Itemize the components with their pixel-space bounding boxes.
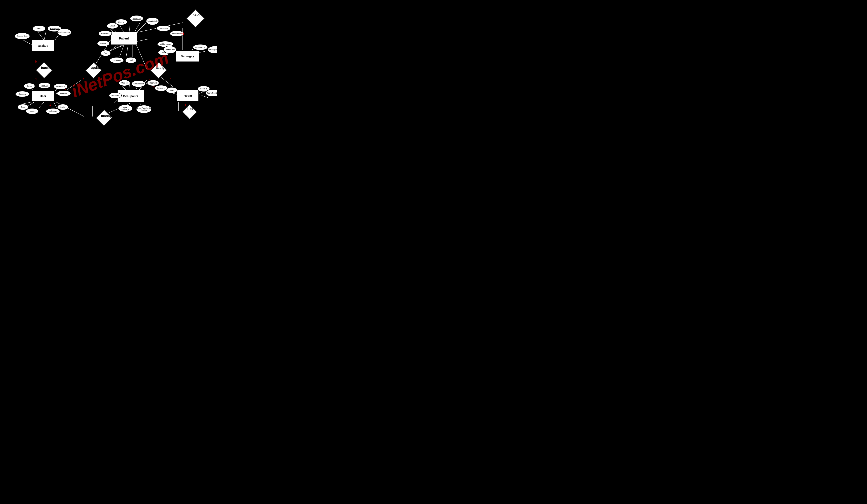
attr-barangay-name: Barangay Name [207, 46, 217, 54]
svg-line-12 [54, 102, 57, 108]
rel-manage: manage [96, 109, 113, 126]
entity-backup: Backup [32, 40, 55, 51]
attr-backup-name: Backup Name [57, 28, 72, 36]
card-room-1: 1 [185, 103, 186, 107]
attr-room-id-occ: Room Id [147, 80, 159, 86]
attr-remarks-patient: Remarks [98, 30, 112, 37]
card-occ-1: 1 [153, 85, 155, 89]
attr-gender: Gender [97, 40, 110, 46]
rel-update: update [85, 62, 102, 78]
svg-line-37 [200, 51, 205, 53]
attr-user-id-occ: User Id [119, 80, 130, 86]
attr-remarks-occ: Remarks [109, 92, 122, 99]
attr-last-name: Last Name [157, 25, 171, 32]
card-patient-belong-1: 1 [181, 31, 183, 34]
svg-line-19 [137, 22, 147, 33]
svg-line-29 [137, 45, 147, 69]
card-belong-1-barangay: 1 [183, 32, 184, 35]
card-backup-n: N [35, 60, 38, 63]
attr-date-discharged: Date Discharged [118, 105, 133, 112]
rel-belong: belong [186, 9, 205, 28]
card-assign-1-room: 1 [170, 78, 172, 81]
entity-room: Room [177, 90, 199, 101]
er-diagram: Backup User Id Backup Id Backup Date Bac… [0, 0, 217, 126]
attr-status-user: Status [23, 83, 35, 89]
attr-status-patient: Status [107, 23, 118, 29]
attr-patient-id: Patient Id [130, 15, 143, 22]
card-patient-assign-1: 1 [150, 60, 152, 64]
entity-user: User [32, 90, 55, 102]
svg-line-47 [202, 96, 208, 98]
card-manage-1: 1 [49, 103, 51, 106]
attr-barangay-id: Barangay Id [193, 44, 208, 50]
attr-occupant-id: Occupant Id [131, 80, 146, 87]
svg-line-18 [135, 23, 140, 33]
rel-has: has [182, 105, 197, 119]
attr-category: Category [15, 91, 29, 97]
attr-email-patient: Email [125, 57, 137, 63]
svg-line-25 [120, 45, 124, 57]
entity-barangay: Barangay [175, 50, 200, 62]
rel-backup: backup [36, 62, 52, 78]
svg-line-17 [129, 23, 130, 33]
svg-line-2 [21, 39, 33, 45]
attr-date-transfer: Date Transfer to Facility [136, 105, 152, 113]
attr-user-id: User Id [38, 82, 51, 88]
svg-line-0 [37, 30, 44, 40]
attr-barangay-patient: Barangay [110, 57, 124, 63]
attr-contact-user: Contact [25, 108, 39, 115]
card-password-1: 1 [65, 88, 67, 92]
card-update-1: 1 [83, 78, 85, 81]
attr-contact-info: Contact Info [163, 46, 176, 54]
entity-patient: Patient [111, 32, 137, 45]
attr-status-room: Status [166, 87, 178, 94]
svg-line-11 [39, 102, 44, 108]
attr-room-number: Room Number [205, 89, 217, 97]
attr-fullname: Fullname [46, 108, 60, 115]
attr-backup-date: Backup Date [14, 33, 30, 40]
attr-avatar: Avatar [57, 104, 69, 110]
attr-user-id-backup: User Id [33, 25, 45, 32]
attr-password: Password [57, 90, 71, 97]
card-backup-1: 1 [35, 78, 37, 81]
attr-age: Age [100, 50, 111, 56]
svg-line-26 [126, 45, 128, 58]
svg-line-22 [114, 45, 124, 49]
svg-line-1 [44, 30, 46, 40]
attr-patient-code: Patient Code [146, 17, 159, 25]
rel-assign: assign [150, 62, 167, 78]
